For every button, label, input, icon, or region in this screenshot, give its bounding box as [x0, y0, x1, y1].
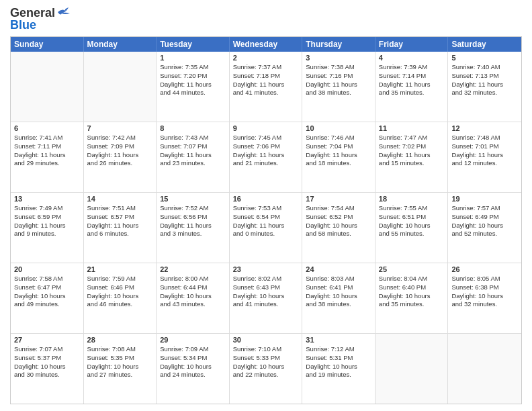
- day-number: 25: [379, 265, 445, 273]
- cell-line2: Sunset: 5:34 PM: [160, 354, 226, 363]
- calendar-cell: 5Sunrise: 7:40 AMSunset: 7:13 PMDaylight…: [448, 52, 521, 122]
- cell-line4: and 29 minutes.: [14, 159, 80, 168]
- logo-blue-text: Blue: [10, 19, 36, 31]
- cell-line2: Sunset: 6:54 PM: [233, 213, 299, 222]
- day-number: 28: [87, 336, 153, 344]
- cell-line3: Daylight: 11 hours: [306, 81, 371, 89]
- cell-line3: Daylight: 11 hours: [451, 151, 518, 160]
- cell-line1: Sunrise: 7:10 AM: [233, 345, 299, 354]
- calendar-cell: 19Sunrise: 7:57 AMSunset: 6:49 PMDayligh…: [448, 193, 521, 263]
- cell-line2: Sunset: 6:43 PM: [233, 283, 299, 292]
- cell-line1: Sunrise: 7:07 AM: [14, 345, 80, 354]
- cell-line3: Daylight: 11 hours: [87, 151, 153, 160]
- weekday-header-thursday: Thursday: [302, 37, 375, 52]
- day-number: 20: [14, 265, 80, 273]
- logo-general-text: General: [10, 7, 55, 19]
- cell-line1: Sunrise: 7:37 AM: [233, 63, 299, 72]
- cell-line4: and 12 minutes.: [451, 159, 518, 168]
- cell-line4: and 55 minutes.: [379, 230, 445, 238]
- calendar-cell: 2Sunrise: 7:37 AMSunset: 7:18 PMDaylight…: [230, 52, 303, 122]
- calendar-week-1: 1Sunrise: 7:35 AMSunset: 7:20 PMDaylight…: [11, 52, 521, 122]
- cell-line2: Sunset: 5:35 PM: [87, 354, 153, 363]
- day-number: 5: [451, 54, 518, 62]
- calendar-cell: 15Sunrise: 7:52 AMSunset: 6:56 PMDayligh…: [157, 193, 230, 263]
- cell-line2: Sunset: 6:46 PM: [87, 283, 153, 292]
- calendar-cell: 14Sunrise: 7:51 AMSunset: 6:57 PMDayligh…: [84, 193, 157, 263]
- cell-line4: and 6 minutes.: [87, 230, 153, 238]
- cell-line1: Sunrise: 7:43 AM: [160, 134, 226, 142]
- cell-line3: Daylight: 11 hours: [233, 81, 299, 89]
- cell-line3: Daylight: 10 hours: [160, 292, 226, 301]
- cell-line4: and 22 minutes.: [233, 371, 299, 379]
- cell-line2: Sunset: 7:13 PM: [451, 72, 518, 81]
- calendar-cell: 21Sunrise: 7:59 AMSunset: 6:46 PMDayligh…: [84, 263, 157, 333]
- day-number: 13: [14, 195, 80, 203]
- cell-line4: and 19 minutes.: [306, 371, 371, 379]
- day-number: 8: [160, 124, 226, 132]
- day-number: 30: [233, 336, 299, 344]
- cell-line4: and 52 minutes.: [451, 230, 518, 238]
- calendar-cell: 7Sunrise: 7:42 AMSunset: 7:09 PMDaylight…: [84, 122, 157, 192]
- day-number: 1: [160, 54, 226, 62]
- cell-line4: and 27 minutes.: [87, 371, 153, 379]
- cell-line2: Sunset: 7:18 PM: [233, 72, 299, 81]
- calendar-body: 1Sunrise: 7:35 AMSunset: 7:20 PMDaylight…: [11, 52, 521, 404]
- calendar-cell: 20Sunrise: 7:58 AMSunset: 6:47 PMDayligh…: [11, 263, 84, 333]
- day-number: 23: [233, 265, 299, 273]
- day-number: 10: [306, 124, 371, 132]
- cell-line2: Sunset: 6:40 PM: [379, 283, 445, 292]
- cell-line1: Sunrise: 7:48 AM: [451, 134, 518, 142]
- cell-line4: and 21 minutes.: [233, 159, 299, 168]
- cell-line1: Sunrise: 7:09 AM: [160, 345, 226, 354]
- cell-line4: and 32 minutes.: [451, 89, 518, 97]
- weekday-header-tuesday: Tuesday: [157, 37, 230, 52]
- cell-line3: Daylight: 10 hours: [87, 363, 153, 371]
- cell-line3: Daylight: 11 hours: [14, 222, 80, 230]
- day-number: 16: [233, 195, 299, 203]
- cell-line4: and 38 minutes.: [306, 300, 371, 309]
- calendar-cell: 10Sunrise: 7:46 AMSunset: 7:04 PMDayligh…: [302, 122, 375, 192]
- cell-line1: Sunrise: 7:49 AM: [14, 204, 80, 213]
- cell-line4: and 3 minutes.: [160, 230, 226, 238]
- cell-line4: and 24 minutes.: [160, 371, 226, 379]
- day-number: 15: [160, 195, 226, 203]
- cell-line2: Sunset: 6:52 PM: [306, 213, 371, 222]
- cell-line1: Sunrise: 7:38 AM: [306, 63, 371, 72]
- weekday-header-saturday: Saturday: [448, 37, 521, 52]
- calendar-cell: 23Sunrise: 8:02 AMSunset: 6:43 PMDayligh…: [230, 263, 303, 333]
- cell-line2: Sunset: 6:47 PM: [14, 283, 80, 292]
- cell-line4: and 0 minutes.: [233, 230, 299, 238]
- calendar-cell: 6Sunrise: 7:41 AMSunset: 7:11 PMDaylight…: [11, 122, 84, 192]
- cell-line4: and 35 minutes.: [379, 89, 445, 97]
- cell-line3: Daylight: 11 hours: [160, 151, 226, 160]
- cell-line3: Daylight: 11 hours: [87, 222, 153, 230]
- cell-line3: Daylight: 11 hours: [233, 151, 299, 160]
- calendar-cell: 17Sunrise: 7:54 AMSunset: 6:52 PMDayligh…: [302, 193, 375, 263]
- cell-line4: and 32 minutes.: [451, 300, 518, 309]
- cell-line2: Sunset: 7:02 PM: [379, 142, 445, 151]
- cell-line1: Sunrise: 7:35 AM: [160, 63, 226, 72]
- calendar-cell: [11, 52, 84, 122]
- day-number: 3: [306, 54, 371, 62]
- cell-line2: Sunset: 6:51 PM: [379, 213, 445, 222]
- cell-line1: Sunrise: 7:52 AM: [160, 204, 226, 213]
- cell-line2: Sunset: 7:07 PM: [160, 142, 226, 151]
- calendar-cell: 31Sunrise: 7:12 AMSunset: 5:31 PMDayligh…: [302, 334, 375, 404]
- cell-line1: Sunrise: 7:54 AM: [306, 204, 371, 213]
- cell-line2: Sunset: 6:59 PM: [14, 213, 80, 222]
- cell-line3: Daylight: 10 hours: [451, 292, 518, 301]
- day-number: 22: [160, 265, 226, 273]
- day-number: 24: [306, 265, 371, 273]
- calendar-cell: [448, 334, 521, 404]
- cell-line1: Sunrise: 7:46 AM: [306, 134, 371, 142]
- day-number: 9: [233, 124, 299, 132]
- cell-line2: Sunset: 6:38 PM: [451, 283, 518, 292]
- day-number: 31: [306, 336, 371, 344]
- cell-line2: Sunset: 6:57 PM: [87, 213, 153, 222]
- cell-line4: and 46 minutes.: [87, 300, 153, 309]
- cell-line2: Sunset: 7:01 PM: [451, 142, 518, 151]
- cell-line4: and 49 minutes.: [14, 300, 80, 309]
- calendar-cell: 27Sunrise: 7:07 AMSunset: 5:37 PMDayligh…: [11, 334, 84, 404]
- day-number: 27: [14, 336, 80, 344]
- calendar-cell: 18Sunrise: 7:55 AMSunset: 6:51 PMDayligh…: [375, 193, 449, 263]
